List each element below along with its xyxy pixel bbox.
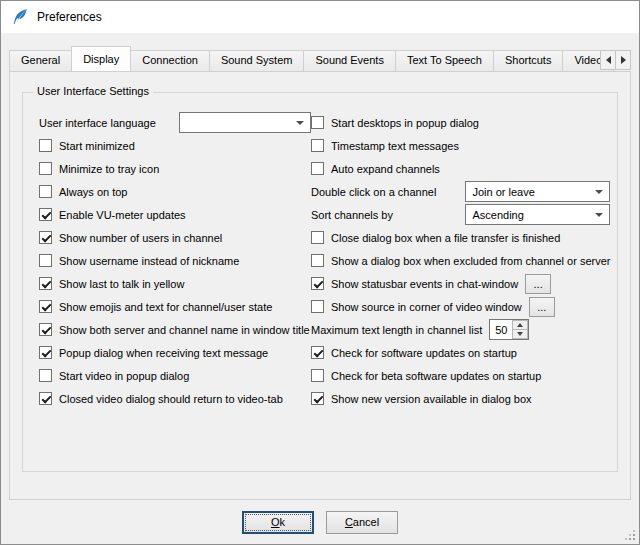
resize-grip[interactable] xyxy=(623,528,635,540)
group-title: User Interface Settings xyxy=(33,85,153,97)
checkbox-show-username[interactable]: Show username instead of nickname xyxy=(39,249,311,272)
spin-down-button[interactable] xyxy=(512,329,528,339)
checkbox[interactable] xyxy=(39,208,52,221)
checkbox-label: Start video in popup dialog xyxy=(59,370,189,382)
checkbox[interactable] xyxy=(39,346,52,359)
combo-value: Join or leave xyxy=(472,186,534,198)
tab-shortcuts[interactable]: Shortcuts xyxy=(493,50,563,71)
sort-channels-row: Sort channels by Ascending xyxy=(311,203,610,226)
checkbox-excluded-dialog[interactable]: Show a dialog box when excluded from cha… xyxy=(311,249,610,272)
checkbox[interactable] xyxy=(39,231,52,244)
checkbox-label: Show number of users in channel xyxy=(59,232,222,244)
language-label: User interface language xyxy=(39,117,156,129)
checkbox-label: Popup dialog when receiving text message xyxy=(59,347,268,359)
checkbox-start-minimized[interactable]: Start minimized xyxy=(39,134,311,157)
checkbox-always-on-top[interactable]: Always on top xyxy=(39,180,311,203)
scroll-tabs-right-button[interactable] xyxy=(615,50,631,70)
ok-button-label: Ok xyxy=(271,516,285,528)
checkbox-label: Show statusbar events in chat-window xyxy=(331,278,518,290)
checkbox[interactable] xyxy=(311,254,324,267)
checkbox-label: Always on top xyxy=(59,186,127,198)
checkbox-vu-meter-updates[interactable]: Enable VU-meter updates xyxy=(39,203,311,226)
checkbox-new-version-dialog[interactable]: Show new version available in dialog box xyxy=(311,387,610,410)
checkbox-label: Close dialog box when a file transfer is… xyxy=(331,232,560,244)
max-text-length-spinner[interactable]: 50 xyxy=(489,319,529,340)
checkbox[interactable] xyxy=(39,185,52,198)
checkbox[interactable] xyxy=(311,300,324,313)
checkbox-label: Start minimized xyxy=(59,140,135,152)
checkbox-label: Timestamp text messages xyxy=(331,140,459,152)
tab-scroll-buttons xyxy=(600,50,631,70)
checkbox-server-channel-title[interactable]: Show both server and channel name in win… xyxy=(39,318,311,341)
preferences-dialog: Preferences General Display Connection S… xyxy=(0,0,640,545)
tab-bar: General Display Connection Sound System … xyxy=(9,45,631,71)
max-text-length-label: Maximum text length in channel list xyxy=(311,324,482,336)
double-click-select[interactable]: Join or leave xyxy=(465,181,610,202)
tab-general[interactable]: General xyxy=(9,50,72,71)
checkbox[interactable] xyxy=(311,231,324,244)
video-source-config-button[interactable]: ... xyxy=(529,297,555,317)
tab-display[interactable]: Display xyxy=(71,46,131,71)
checkbox[interactable] xyxy=(39,162,52,175)
checkbox[interactable] xyxy=(311,277,324,290)
left-column: User interface language Start minimized … xyxy=(39,111,311,410)
checkbox-label: Check for software updates on startup xyxy=(331,347,517,359)
combo-value: Ascending xyxy=(472,209,523,221)
checkbox-video-popup[interactable]: Start video in popup dialog xyxy=(39,364,311,387)
checkbox-auto-expand-channels[interactable]: Auto expand channels xyxy=(311,157,610,180)
checkbox-statusbar-events-row: Show statusbar events in chat-window ... xyxy=(311,272,610,295)
checkbox[interactable] xyxy=(311,369,324,382)
checkbox[interactable] xyxy=(39,323,52,336)
tab-sound-system[interactable]: Sound System xyxy=(209,50,305,71)
ok-button[interactable]: Ok xyxy=(242,511,314,534)
checkbox-label: Show last to talk in yellow xyxy=(59,278,184,290)
checkbox-desktops-popup[interactable]: Start desktops in popup dialog xyxy=(311,111,610,134)
checkbox[interactable] xyxy=(311,346,324,359)
tab-connection[interactable]: Connection xyxy=(130,50,210,71)
tab-text-to-speech[interactable]: Text To Speech xyxy=(395,50,494,71)
checkbox-label: Enable VU-meter updates xyxy=(59,209,186,221)
double-click-row: Double click on a channel Join or leave xyxy=(311,180,610,203)
sort-channels-select[interactable]: Ascending xyxy=(465,204,610,225)
scroll-tabs-left-button[interactable] xyxy=(600,50,616,70)
tab-sound-events[interactable]: Sound Events xyxy=(303,50,396,71)
checkbox-last-talk-yellow[interactable]: Show last to talk in yellow xyxy=(39,272,311,295)
checkbox[interactable] xyxy=(311,116,324,129)
checkbox[interactable] xyxy=(39,300,52,313)
titlebar[interactable]: Preferences xyxy=(1,1,639,33)
checkbox-label: Closed video dialog should return to vid… xyxy=(59,393,283,405)
right-column: Start desktops in popup dialog Timestamp… xyxy=(311,111,610,410)
checkbox-timestamp-messages[interactable]: Timestamp text messages xyxy=(311,134,610,157)
checkbox[interactable] xyxy=(311,139,324,152)
checkbox[interactable] xyxy=(311,392,324,405)
checkbox[interactable] xyxy=(39,139,52,152)
spinner-value: 50 xyxy=(490,320,512,339)
settings-columns: User interface language Start minimized … xyxy=(39,111,609,410)
checkbox-software-updates[interactable]: Check for software updates on startup xyxy=(311,341,610,364)
statusbar-events-config-button[interactable]: ... xyxy=(525,274,551,294)
language-select[interactable] xyxy=(179,112,311,133)
arrow-up-icon xyxy=(517,323,523,327)
cancel-button[interactable]: Cancel xyxy=(326,511,398,534)
checkbox-popup-text-message[interactable]: Popup dialog when receiving text message xyxy=(39,341,311,364)
checkbox-beta-updates[interactable]: Check for beta software updates on start… xyxy=(311,364,610,387)
checkbox-minimize-to-tray[interactable]: Minimize to tray icon xyxy=(39,157,311,180)
checkbox-label: Minimize to tray icon xyxy=(59,163,159,175)
checkbox-close-filetransfer-dialog[interactable]: Close dialog box when a file transfer is… xyxy=(311,226,610,249)
checkbox-label: Show emojis and text for channel/user st… xyxy=(59,301,272,313)
checkbox-video-return-tab[interactable]: Closed video dialog should return to vid… xyxy=(39,387,311,410)
checkbox[interactable] xyxy=(311,162,324,175)
max-text-length-row: Maximum text length in channel list 50 xyxy=(311,318,610,341)
arrow-down-icon xyxy=(517,332,523,336)
checkbox[interactable] xyxy=(39,369,52,382)
chevron-down-icon xyxy=(595,213,603,217)
window-title: Preferences xyxy=(37,10,102,24)
checkbox[interactable] xyxy=(39,277,52,290)
chevron-down-icon xyxy=(296,121,304,125)
checkbox[interactable] xyxy=(39,392,52,405)
checkbox-label: Show new version available in dialog box xyxy=(331,393,532,405)
checkbox[interactable] xyxy=(39,254,52,267)
checkbox-emoji-text-state[interactable]: Show emojis and text for channel/user st… xyxy=(39,295,311,318)
checkbox-label: Start desktops in popup dialog xyxy=(331,117,479,129)
checkbox-show-user-count[interactable]: Show number of users in channel xyxy=(39,226,311,249)
